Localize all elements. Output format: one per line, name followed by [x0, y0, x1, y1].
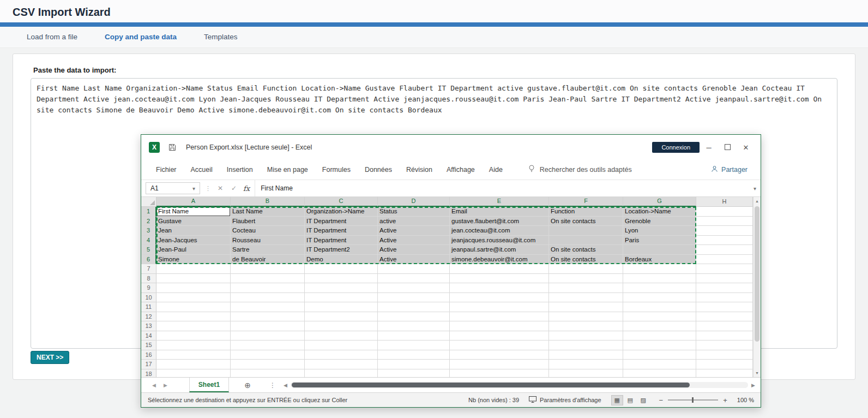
cell-F17[interactable]	[549, 360, 623, 369]
cell-G2[interactable]: Grenoble	[623, 217, 696, 226]
column-header-B[interactable]: B	[231, 197, 305, 207]
column-header-H[interactable]: H	[696, 197, 753, 207]
cell-E16[interactable]	[450, 350, 549, 360]
cell-C15[interactable]	[305, 341, 378, 350]
cell-E12[interactable]	[450, 312, 549, 322]
cell-D3[interactable]: Active	[378, 226, 450, 236]
cell-B6[interactable]: de Beauvoir	[231, 255, 305, 265]
cell-G12[interactable]	[623, 312, 696, 322]
cell-F8[interactable]	[549, 274, 623, 284]
cell-E6[interactable]: simone.debeauvoir@it.com	[450, 255, 549, 265]
cell-D4[interactable]: Active	[378, 236, 450, 246]
formula-input[interactable]: First Name	[255, 180, 749, 196]
cell-F14[interactable]	[549, 331, 623, 341]
tab-templates[interactable]: Templates	[190, 27, 251, 47]
cell-H9[interactable]	[696, 283, 753, 293]
name-box[interactable]: A1 ▾	[146, 182, 200, 194]
cell-E18[interactable]	[450, 369, 549, 378]
display-settings-button[interactable]: Paramètres d'affichage	[529, 396, 601, 404]
cell-G7[interactable]	[623, 264, 696, 274]
cell-E15[interactable]	[450, 341, 549, 350]
cell-C1[interactable]: Organization->Name	[305, 207, 378, 217]
cell-G15[interactable]	[623, 341, 696, 350]
cell-B11[interactable]	[231, 302, 305, 312]
next-button[interactable]: NEXT >>	[31, 351, 69, 364]
cell-H2[interactable]	[696, 217, 753, 226]
cell-C17[interactable]	[305, 360, 378, 369]
cell-H13[interactable]	[696, 321, 753, 331]
row-header-3[interactable]: 3	[141, 226, 156, 236]
cell-F2[interactable]: On site contacts	[549, 217, 623, 226]
cell-E17[interactable]	[450, 360, 549, 369]
row-header-14[interactable]: 14	[141, 331, 156, 341]
cell-H11[interactable]	[696, 302, 753, 312]
save-icon[interactable]	[168, 144, 176, 151]
cell-F18[interactable]	[549, 369, 623, 378]
insert-function-icon[interactable]: fx	[243, 184, 250, 193]
row-header-10[interactable]: 10	[141, 293, 156, 303]
cell-D9[interactable]	[378, 283, 450, 293]
cell-H4[interactable]	[696, 236, 753, 246]
ribbon-tab-donn-es[interactable]: Données	[358, 160, 399, 180]
cell-E4[interactable]: jeanjacques.rousseau@it.com	[450, 236, 549, 246]
ribbon-tab-mise-en-page[interactable]: Mise en page	[260, 160, 315, 180]
scroll-up-icon[interactable]: ▲	[754, 199, 761, 203]
row-header-13[interactable]: 13	[141, 321, 156, 331]
cell-H12[interactable]	[696, 312, 753, 322]
select-all-corner[interactable]	[141, 197, 156, 207]
vscroll-thumb[interactable]	[755, 206, 760, 342]
cell-G10[interactable]	[623, 293, 696, 303]
row-header-4[interactable]: 4	[141, 236, 156, 246]
row-header-18[interactable]: 18	[141, 369, 156, 378]
view-page-break-icon[interactable]: ▨	[637, 395, 649, 405]
cell-A13[interactable]	[156, 321, 231, 331]
cell-B16[interactable]	[231, 350, 305, 360]
row-header-16[interactable]: 16	[141, 350, 156, 360]
cell-G3[interactable]: Lyon	[623, 226, 696, 236]
ribbon-tab-accueil[interactable]: Accueil	[184, 160, 220, 180]
column-header-C[interactable]: C	[305, 197, 378, 207]
cell-B5[interactable]: Sartre	[231, 245, 305, 255]
ribbon-tab-insertion[interactable]: Insertion	[220, 160, 260, 180]
row-header-2[interactable]: 2	[141, 217, 156, 226]
cell-E10[interactable]	[450, 293, 549, 303]
zoom-slider[interactable]	[668, 399, 718, 401]
cell-A6[interactable]: Simone	[156, 255, 231, 265]
maximize-button[interactable]	[718, 144, 737, 152]
ribbon-tab-r-vision[interactable]: Révision	[399, 160, 439, 180]
sheet-more-icon[interactable]: ⋮	[269, 381, 276, 389]
cell-G5[interactable]	[623, 245, 696, 255]
cell-B14[interactable]	[231, 331, 305, 341]
row-header-6[interactable]: 6	[141, 255, 156, 265]
cell-D5[interactable]: Active	[378, 245, 450, 255]
cell-H3[interactable]	[696, 226, 753, 236]
cell-H5[interactable]	[696, 245, 753, 255]
cell-A1[interactable]: First Name	[156, 207, 231, 217]
cell-C18[interactable]	[305, 369, 378, 378]
cell-A9[interactable]	[156, 283, 231, 293]
cell-C2[interactable]: IT Department	[305, 217, 378, 226]
cell-E1[interactable]: Email	[450, 207, 549, 217]
cell-C10[interactable]	[305, 293, 378, 303]
cell-C6[interactable]: Demo	[305, 255, 378, 265]
cell-A11[interactable]	[156, 302, 231, 312]
cell-H17[interactable]	[696, 360, 753, 369]
cell-A15[interactable]	[156, 341, 231, 350]
sheet-nav-right-icon[interactable]: ▶	[164, 383, 167, 388]
cell-B13[interactable]	[231, 321, 305, 331]
cell-A2[interactable]: Gustave	[156, 217, 231, 226]
cell-G16[interactable]	[623, 350, 696, 360]
sheet-nav-left-icon[interactable]: ◀	[152, 383, 156, 388]
cell-A17[interactable]	[156, 360, 231, 369]
cell-B9[interactable]	[231, 283, 305, 293]
cell-F12[interactable]	[549, 312, 623, 322]
cell-C8[interactable]	[305, 274, 378, 284]
cell-F5[interactable]: On site contacts	[549, 245, 623, 255]
tab-copy-and-paste-data[interactable]: Copy and paste data	[91, 27, 190, 47]
zoom-out-button[interactable]: −	[659, 396, 664, 404]
cell-E5[interactable]: jeanpaul.sartre@it.com	[450, 245, 549, 255]
formula-expand-icon[interactable]: ▾	[754, 186, 756, 192]
cell-B1[interactable]: Last Name	[231, 207, 305, 217]
cell-G17[interactable]	[623, 360, 696, 369]
cell-D10[interactable]	[378, 293, 450, 303]
